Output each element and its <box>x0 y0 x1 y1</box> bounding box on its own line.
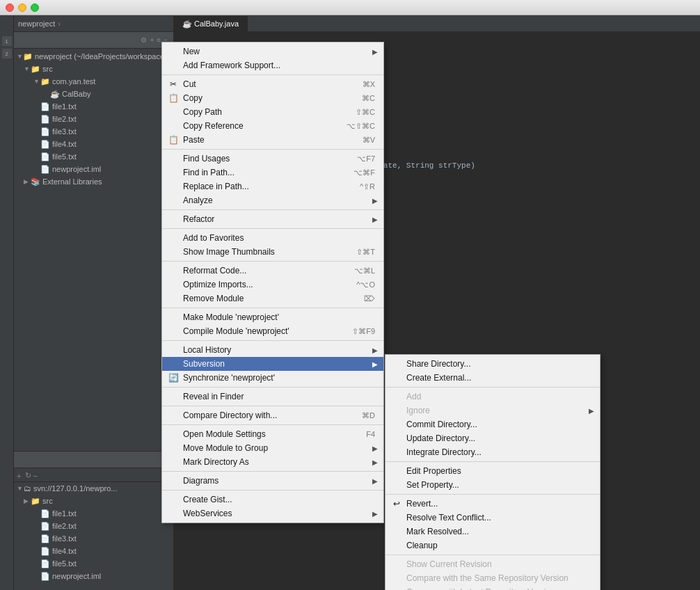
svn-minus-icon[interactable]: − <box>33 472 37 480</box>
context-menu-item[interactable]: Replace in Path... ^⇧R <box>162 180 383 193</box>
context-menu-item[interactable]: Copy Reference ⌥⇧⌘C <box>162 119 383 133</box>
menu-separator <box>162 308 383 308</box>
svn-tree-item[interactable]: 📄file4.txt <box>14 545 173 557</box>
context-menu-item[interactable]: Analyze ▶ <box>162 193 383 207</box>
submenu-separator <box>385 555 600 555</box>
context-menu-item[interactable]: Add to Favorites <box>162 231 383 245</box>
submenu-item: Add <box>385 390 600 404</box>
settings-icon[interactable]: ≡ <box>157 36 161 44</box>
submenu-item: Ignore ▶ <box>385 404 600 417</box>
context-menu-item[interactable]: Reformat Code... ⌥⌘L <box>162 264 383 278</box>
submenu-separator <box>385 387 600 388</box>
context-menu-item[interactable]: 🔄Synchronize 'newproject' <box>162 371 383 385</box>
menu-separator <box>162 340 383 341</box>
svn-tree-item[interactable]: 📄file3.txt <box>14 532 173 545</box>
svn-add-icon[interactable]: + <box>17 472 21 480</box>
submenu-item[interactable]: Cleanup <box>385 539 600 552</box>
context-menu-item[interactable]: Move Module to Group ▶ <box>162 441 383 455</box>
menu-separator <box>162 471 383 472</box>
submenu-item[interactable]: Share Directory... <box>385 357 600 371</box>
svn-tree-item[interactable]: 📄file2.txt <box>14 520 173 532</box>
expand-icon[interactable]: + <box>150 36 154 44</box>
context-menu-item[interactable]: Subversion ▶ <box>162 357 383 371</box>
project-name: newproject <box>18 19 55 28</box>
submenu-item: Compare with the Same Repository Version <box>385 571 600 585</box>
project-tree-item[interactable]: ▼📁src <box>14 63 173 75</box>
svn-panel: + ↻ −▼🗂svn://127.0.0.1/newpro...▶📁src📄fi… <box>14 451 173 590</box>
context-menu-item[interactable]: Create Gist... <box>162 493 383 507</box>
context-menu-item[interactable]: WebServices ▶ <box>162 507 383 520</box>
context-menu-item[interactable]: Find in Path... ⌥⌘F <box>162 166 383 180</box>
gear-icon[interactable]: ⚙ <box>141 36 147 44</box>
submenu-item[interactable]: Resolve Text Conflict... <box>385 511 600 525</box>
project-tree: ▼📁newproject (~/IdeaProjects/workspace/n… <box>14 49 173 451</box>
submenu-item[interactable]: Create External... <box>385 371 600 385</box>
svn-tree-item[interactable]: ▼🗂svn://127.0.0.1/newpro... <box>14 482 173 495</box>
context-menu-item[interactable]: Mark Directory As ▶ <box>162 455 383 469</box>
project-tree-item[interactable]: ☕CalBaby <box>14 88 173 100</box>
context-menu-item[interactable]: Open Module Settings F4 <box>162 427 383 441</box>
submenu-separator <box>385 494 600 495</box>
editor-tabs: ☕ CalBaby.java <box>174 15 700 32</box>
context-menu: New ▶ Add Framework Support... ✂Cut ⌘X 📋… <box>161 42 384 523</box>
project-tree-item[interactable]: 📄newproject.iml <box>14 163 173 175</box>
submenu-item[interactable]: ↩ Revert... <box>385 497 600 511</box>
project-tree-item[interactable]: ▶📚External Libraries <box>14 175 173 188</box>
context-menu-item[interactable]: Remove Module ⌦ <box>162 292 383 305</box>
context-menu-item[interactable]: ✂Cut ⌘X <box>162 77 383 91</box>
menu-separator <box>162 406 383 406</box>
context-menu-item[interactable]: Copy Path ⇧⌘C <box>162 105 383 119</box>
panel-header: ⚙ + ≡ − <box>14 32 173 49</box>
project-tree-item[interactable]: ▼📁newproject (~/IdeaProjects/workspace/n… <box>14 50 173 63</box>
svn-action-icon[interactable]: ↻ <box>25 471 31 480</box>
svn-tree-item[interactable]: ▶📁src <box>14 495 173 507</box>
submenu-item[interactable]: Update Directory... <box>385 431 600 445</box>
submenu-item[interactable]: Commit Directory... <box>385 417 600 431</box>
menu-separator <box>162 387 383 388</box>
project-tree-item[interactable]: 📄file5.txt <box>14 150 173 163</box>
menu-separator <box>162 74 383 75</box>
context-menu-item[interactable]: Local History ▶ <box>162 343 383 357</box>
menu-separator <box>162 228 383 229</box>
context-menu-item[interactable]: Find Usages ⌥F7 <box>162 152 383 166</box>
context-menu-item[interactable]: Refactor ▶ <box>162 212 383 226</box>
submenu-item[interactable]: Mark Resolved... <box>385 525 600 539</box>
submenu-item: Show Current Revision <box>385 557 600 571</box>
svn-tree-item[interactable]: 📄file5.txt <box>14 557 173 570</box>
context-menu-item[interactable]: New ▶ <box>162 45 383 58</box>
submenu-item[interactable]: Edit Properties <box>385 464 600 478</box>
context-menu-item[interactable]: Reveal in Finder <box>162 390 383 404</box>
project-tree-item[interactable]: ▼📁com.yan.test <box>14 75 173 88</box>
project-tree-item[interactable]: 📄file3.txt <box>14 125 173 138</box>
svn-tree-item[interactable]: 📄file1.txt <box>14 507 173 520</box>
context-menu-item[interactable]: Diagrams ▶ <box>162 474 383 488</box>
sidebar-toggle-1[interactable]: 1 <box>2 36 12 46</box>
context-menu-item[interactable]: Show Image Thumbnails ⇧⌘T <box>162 245 383 259</box>
project-tree-item[interactable]: 📄file1.txt <box>14 100 173 113</box>
sidebar-toggle-2[interactable]: 2 <box>2 49 12 58</box>
context-menu-item[interactable]: Make Module 'newproject' <box>162 310 383 324</box>
context-menu-item[interactable]: Compile Module 'newproject' ⇧⌘F9 <box>162 324 383 338</box>
context-menu-item[interactable]: Optimize Imports... ^⌥O <box>162 278 383 292</box>
context-menu-item[interactable]: 📋Paste ⌘V <box>162 133 383 147</box>
close-button[interactable] <box>6 3 14 12</box>
menu-separator <box>162 424 383 425</box>
svn-panel-header <box>14 452 173 468</box>
submenu-item[interactable]: Integrate Directory... <box>385 445 600 459</box>
context-menu-item[interactable]: Add Framework Support... <box>162 58 383 72</box>
svn-tree-item[interactable]: 📄newproject.iml <box>14 570 173 582</box>
project-tree-item[interactable]: 📄file2.txt <box>14 113 173 125</box>
menu-separator <box>162 490 383 491</box>
project-tree-item[interactable]: 📄file4.txt <box>14 138 173 150</box>
title-bar <box>0 0 700 15</box>
submenu-item[interactable]: Set Property... <box>385 478 600 492</box>
maximize-button[interactable] <box>31 3 39 12</box>
editor-tab-calbaby[interactable]: ☕ CalBaby.java <box>174 16 248 31</box>
svn-tree: + ↻ −▼🗂svn://127.0.0.1/newpro...▶📁src📄fi… <box>14 468 173 584</box>
submenu-item: Compare with Latest Repository Version <box>385 585 600 590</box>
minimize-button[interactable] <box>18 3 26 12</box>
submenu-separator <box>385 461 600 462</box>
context-menu-item[interactable]: Compare Directory with... ⌘D <box>162 408 383 422</box>
context-menu-item[interactable]: 📋Copy ⌘C <box>162 91 383 105</box>
left-sidebar: 1 2 <box>0 15 14 590</box>
